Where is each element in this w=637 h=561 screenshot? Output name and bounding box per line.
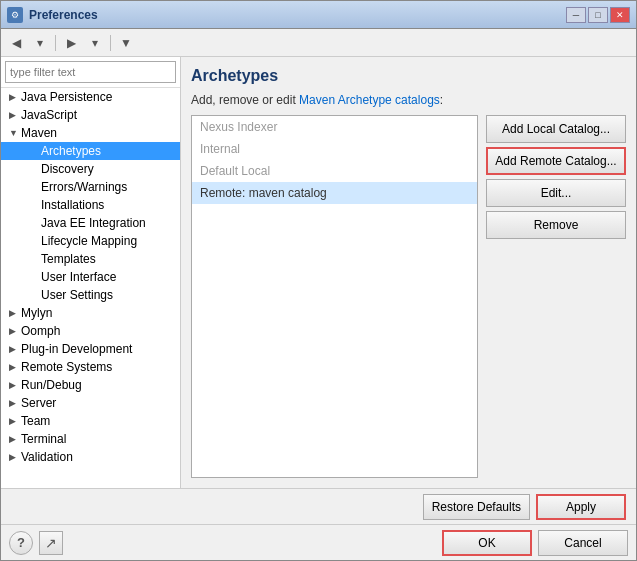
tree-item[interactable]: ▶Java Persistence — [1, 88, 180, 106]
sidebar: ▶Java Persistence▶JavaScript▼MavenArchet… — [1, 57, 181, 488]
toolbar: ◀ ▾ ▶ ▾ ▼ — [1, 29, 636, 57]
window-icon: ⚙ — [7, 7, 23, 23]
help-button[interactable]: ? — [9, 531, 33, 555]
back-dropdown-button[interactable]: ▾ — [29, 32, 51, 54]
tree-item-label: Installations — [41, 198, 104, 212]
tree-arrow-icon: ▶ — [9, 308, 21, 318]
tree-item-label: Terminal — [21, 432, 66, 446]
tree-arrow-icon: ▶ — [9, 92, 21, 102]
forward-dropdown-button[interactable]: ▾ — [84, 32, 106, 54]
catalog-buttons: Add Local Catalog... Add Remote Catalog.… — [486, 115, 626, 478]
tree-arrow-icon: ▶ — [9, 416, 21, 426]
window-title: Preferences — [29, 8, 566, 22]
add-local-catalog-button[interactable]: Add Local Catalog... — [486, 115, 626, 143]
tree-item-label: Maven — [21, 126, 57, 140]
tree-item[interactable]: Lifecycle Mapping — [1, 232, 180, 250]
minimize-button[interactable]: ─ — [566, 7, 586, 23]
tree-item-label: Remote Systems — [21, 360, 112, 374]
tree-arrow-icon: ▶ — [9, 398, 21, 408]
close-button[interactable]: ✕ — [610, 7, 630, 23]
remove-button[interactable]: Remove — [486, 211, 626, 239]
tree-item[interactable]: ▶Validation — [1, 448, 180, 466]
tree-item-label: Run/Debug — [21, 378, 82, 392]
apply-button[interactable]: Apply — [536, 494, 626, 520]
tree-item-label: JavaScript — [21, 108, 77, 122]
tree-item-label: Validation — [21, 450, 73, 464]
edit-button[interactable]: Edit... — [486, 179, 626, 207]
tree-item[interactable]: ▼Maven — [1, 124, 180, 142]
tree-item-label: Mylyn — [21, 306, 52, 320]
back-button[interactable]: ◀ — [5, 32, 27, 54]
tree-item[interactable]: User Interface — [1, 268, 180, 286]
tree-item-label: Archetypes — [41, 144, 101, 158]
forward-button[interactable]: ▶ — [60, 32, 82, 54]
catalog-item[interactable]: Default Local — [192, 160, 477, 182]
tree-item-label: Errors/Warnings — [41, 180, 127, 194]
tree-arrow-icon: ▶ — [9, 380, 21, 390]
export-button[interactable]: ↗ — [39, 531, 63, 555]
tree-arrow-icon: ▶ — [9, 452, 21, 462]
content-area: ▶Java Persistence▶JavaScript▼MavenArchet… — [1, 57, 636, 488]
tree-arrow-icon: ▶ — [9, 326, 21, 336]
dropdown-button[interactable]: ▼ — [115, 32, 137, 54]
catalog-item[interactable]: Nexus Indexer — [192, 116, 477, 138]
tree-item-label: Java Persistence — [21, 90, 112, 104]
toolbar-separator-2 — [110, 35, 111, 51]
toolbar-separator — [55, 35, 56, 51]
tree-item[interactable]: ▶Server — [1, 394, 180, 412]
catalog-item[interactable]: Internal — [192, 138, 477, 160]
main-panel: Archetypes Add, remove or edit Maven Arc… — [181, 57, 636, 488]
tree-item-label: Plug-in Development — [21, 342, 132, 356]
tree-item[interactable]: Java EE Integration — [1, 214, 180, 232]
panel-title: Archetypes — [191, 67, 626, 85]
ok-button[interactable]: OK — [442, 530, 532, 556]
tree-item[interactable]: Installations — [1, 196, 180, 214]
tree-item[interactable]: User Settings — [1, 286, 180, 304]
add-remote-catalog-button[interactable]: Add Remote Catalog... — [486, 147, 626, 175]
catalog-list: Nexus IndexerInternalDefault LocalRemote… — [191, 115, 478, 478]
title-bar: ⚙ Preferences ─ □ ✕ — [1, 1, 636, 29]
tree-container: ▶Java Persistence▶JavaScript▼MavenArchet… — [1, 88, 180, 466]
tree-arrow-icon: ▼ — [9, 128, 21, 138]
tree-item[interactable]: Errors/Warnings — [1, 178, 180, 196]
tree-item[interactable]: ▶Plug-in Development — [1, 340, 180, 358]
preferences-window: ⚙ Preferences ─ □ ✕ ◀ ▾ ▶ ▾ ▼ ▶Java Pers… — [0, 0, 637, 561]
tree-item[interactable]: ▶Mylyn — [1, 304, 180, 322]
maven-archetype-link[interactable]: Maven Archetype catalogs — [299, 93, 440, 107]
catalog-item[interactable]: Remote: maven catalog — [192, 182, 477, 204]
tree-item[interactable]: ▶Run/Debug — [1, 376, 180, 394]
maximize-button[interactable]: □ — [588, 7, 608, 23]
filter-box — [1, 57, 180, 88]
tree-item[interactable]: Archetypes — [1, 142, 180, 160]
catalog-area: Nexus IndexerInternalDefault LocalRemote… — [191, 115, 626, 478]
tree-item-label: Lifecycle Mapping — [41, 234, 137, 248]
tree-item[interactable]: ▶Terminal — [1, 430, 180, 448]
ok-cancel-bar: ? ↗ OK Cancel — [1, 524, 636, 560]
apply-bar: Restore Defaults Apply — [1, 488, 636, 524]
tree-item-label: User Settings — [41, 288, 113, 302]
tree-item[interactable]: ▶Oomph — [1, 322, 180, 340]
panel-description: Add, remove or edit Maven Archetype cata… — [191, 93, 626, 107]
tree-item[interactable]: ▶Remote Systems — [1, 358, 180, 376]
tree-item[interactable]: Discovery — [1, 160, 180, 178]
panel-desc-text: Add, remove or edit — [191, 93, 299, 107]
tree-item[interactable]: Templates — [1, 250, 180, 268]
tree-arrow-icon: ▶ — [9, 344, 21, 354]
filter-input[interactable] — [5, 61, 176, 83]
restore-defaults-button[interactable]: Restore Defaults — [423, 494, 530, 520]
tree-item-label: User Interface — [41, 270, 116, 284]
tree-item-label: Team — [21, 414, 50, 428]
panel-desc-suffix: : — [440, 93, 443, 107]
title-bar-buttons: ─ □ ✕ — [566, 7, 630, 23]
tree-item-label: Templates — [41, 252, 96, 266]
tree-item-label: Oomph — [21, 324, 60, 338]
tree-arrow-icon: ▶ — [9, 110, 21, 120]
tree-item[interactable]: ▶Team — [1, 412, 180, 430]
tree-item-label: Server — [21, 396, 56, 410]
cancel-button[interactable]: Cancel — [538, 530, 628, 556]
tree-arrow-icon: ▶ — [9, 434, 21, 444]
tree-item[interactable]: ▶JavaScript — [1, 106, 180, 124]
tree-item-label: Discovery — [41, 162, 94, 176]
tree-item-label: Java EE Integration — [41, 216, 146, 230]
tree-arrow-icon: ▶ — [9, 362, 21, 372]
